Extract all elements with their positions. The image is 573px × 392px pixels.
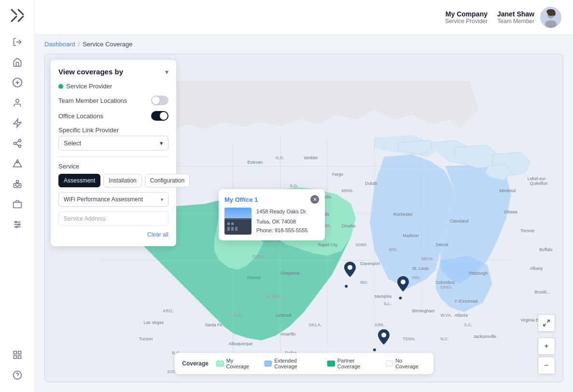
add-icon[interactable] <box>8 73 27 92</box>
svg-text:ARK.: ARK. <box>375 322 385 327</box>
tab-installation[interactable]: Installation <box>103 174 141 187</box>
svg-text:Lubbock: Lubbock <box>276 313 292 318</box>
tab-configuration[interactable]: Configuration <box>145 174 190 187</box>
map-pin-memphis[interactable] <box>397 276 409 288</box>
svg-text:Memphis: Memphis <box>375 294 392 299</box>
svg-line-0 <box>12 10 16 14</box>
svg-text:Winkler: Winkler <box>304 155 318 160</box>
home-icon[interactable] <box>8 53 27 71</box>
company-name: My Company <box>445 10 488 18</box>
svg-text:Amarillo: Amarillo <box>280 332 296 336</box>
map-background[interactable]: Minneapolis Omaha Sioux Falls Rochester … <box>45 54 563 382</box>
help-icon[interactable] <box>8 366 27 384</box>
svg-text:Buffalo: Buffalo <box>539 247 552 252</box>
svg-line-3 <box>18 16 23 21</box>
service-address-input[interactable] <box>58 211 168 226</box>
map-container[interactable]: Minneapolis Omaha Sioux Falls Rochester … <box>44 54 563 382</box>
svg-text:OKLA.: OKLA. <box>308 322 321 327</box>
svg-point-27 <box>15 221 16 223</box>
svg-rect-32 <box>18 356 21 359</box>
robot-icon[interactable] <box>8 175 27 193</box>
map-pin-new-orleans[interactable] <box>378 329 390 341</box>
tab-assessment[interactable]: Assessment <box>58 174 100 187</box>
diagram-icon[interactable] <box>8 154 27 173</box>
svg-point-11 <box>14 142 16 145</box>
svg-text:N. MEX.: N. MEX. <box>266 294 282 299</box>
svg-rect-30 <box>14 351 16 354</box>
svg-text:ILL.: ILL. <box>384 301 391 306</box>
avatar[interactable] <box>540 7 561 28</box>
svg-point-28 <box>18 224 19 225</box>
svg-text:Columbus: Columbus <box>436 280 455 285</box>
service-tab-group: Assessment Installation Configuration <box>58 174 168 187</box>
svg-text:S.C.: S.C. <box>464 322 472 327</box>
svg-text:W.VA.: W.VA. <box>440 313 452 318</box>
svg-text:Fargo: Fargo <box>332 172 343 177</box>
popup-header: My Office 1 ✕ <box>224 195 319 204</box>
svg-text:Denver: Denver <box>247 275 261 280</box>
panel-chevron-icon[interactable]: ▾ <box>165 68 168 76</box>
team-member-toggle[interactable] <box>151 96 168 105</box>
svg-text:Santa Fe: Santa Fe <box>205 322 223 327</box>
svg-rect-33 <box>14 356 16 359</box>
svg-rect-23 <box>13 202 21 208</box>
lightning-icon[interactable] <box>8 114 27 132</box>
svg-text:Las Vegas: Las Vegas <box>144 320 164 325</box>
svg-line-2 <box>12 16 16 21</box>
svg-text:Quévillon: Quévillon <box>530 181 548 186</box>
svg-point-41 <box>552 11 556 16</box>
office-locations-filter: Office Locations <box>58 111 168 121</box>
svg-text:Estevan: Estevan <box>247 160 263 165</box>
clear-all-container: Clear all <box>58 230 168 238</box>
svg-text:Albuquerque: Albuquerque <box>228 341 252 346</box>
popup-close-button[interactable]: ✕ <box>310 195 319 204</box>
legend-no-coverage: No Coverage <box>386 358 426 369</box>
link-provider-select[interactable]: Select ▾ <box>58 136 168 151</box>
svg-text:Atlanta: Atlanta <box>455 313 468 318</box>
wifi-assessment-dropdown[interactable]: WiFi Performance Assessment Network Asse… <box>58 192 168 207</box>
map-zoom-out-button[interactable]: − <box>538 357 555 374</box>
briefcase-icon[interactable] <box>8 195 27 213</box>
legend-my-coverage: My Coverage <box>216 358 257 369</box>
logo-icon[interactable] <box>8 6 27 25</box>
popup-info: 1458 Ready Oaks Dr. Tulsa, OK 74008 Phon… <box>256 208 319 235</box>
svg-text:Omaha: Omaha <box>342 224 356 228</box>
logout-icon[interactable] <box>8 33 27 51</box>
svg-text:Tucson: Tucson <box>139 336 153 341</box>
svg-line-14 <box>16 141 19 142</box>
svg-point-117 <box>373 349 376 351</box>
legend-partner-swatch <box>327 361 335 366</box>
popup-address-line2: Tulsa, OK 74008 <box>256 218 319 226</box>
company-role: Service Provider <box>445 18 488 25</box>
link-provider-filter: Specific Link Provider Select ▾ <box>58 126 168 151</box>
svg-text:COLO.: COLO. <box>252 254 266 259</box>
map-zoom-in-button[interactable]: + <box>538 337 555 355</box>
svg-rect-31 <box>18 351 21 354</box>
breadcrumb-parent[interactable]: Dashboard <box>44 41 75 48</box>
user-role: Team Member <box>497 18 534 25</box>
share-icon[interactable] <box>8 134 27 153</box>
svg-text:MICH.: MICH. <box>421 256 433 261</box>
breadcrumb-current: Service Coverage <box>83 41 132 48</box>
svg-text:WIS.: WIS. <box>389 247 398 252</box>
person-icon[interactable] <box>8 94 27 112</box>
svg-text:Madison: Madison <box>403 233 419 238</box>
svg-point-116 <box>345 285 348 288</box>
wifi-assessment-select[interactable]: WiFi Performance Assessment Network Asse… <box>58 192 168 207</box>
grid-icon[interactable] <box>8 346 27 364</box>
svg-point-38 <box>545 20 557 28</box>
map-expand-button[interactable] <box>538 314 555 332</box>
breadcrumb-bar: Dashboard / Service Coverage <box>35 35 573 54</box>
office-locations-toggle[interactable] <box>151 111 168 121</box>
sliders-icon[interactable] <box>8 215 27 234</box>
service-provider-filter: Service Provider <box>58 83 168 90</box>
svg-text:Pittsburgh: Pittsburgh <box>469 271 488 276</box>
map-pin-tulsa[interactable] <box>344 262 356 273</box>
svg-text:S.D.: S.D. <box>290 183 298 188</box>
clear-all-link[interactable]: Clear all <box>147 231 168 238</box>
svg-text:TENN.: TENN. <box>403 336 415 341</box>
svg-point-20 <box>15 185 16 186</box>
popup-title[interactable]: My Office 1 <box>224 196 258 203</box>
svg-line-13 <box>16 144 19 145</box>
breadcrumb-separator: / <box>78 41 80 48</box>
